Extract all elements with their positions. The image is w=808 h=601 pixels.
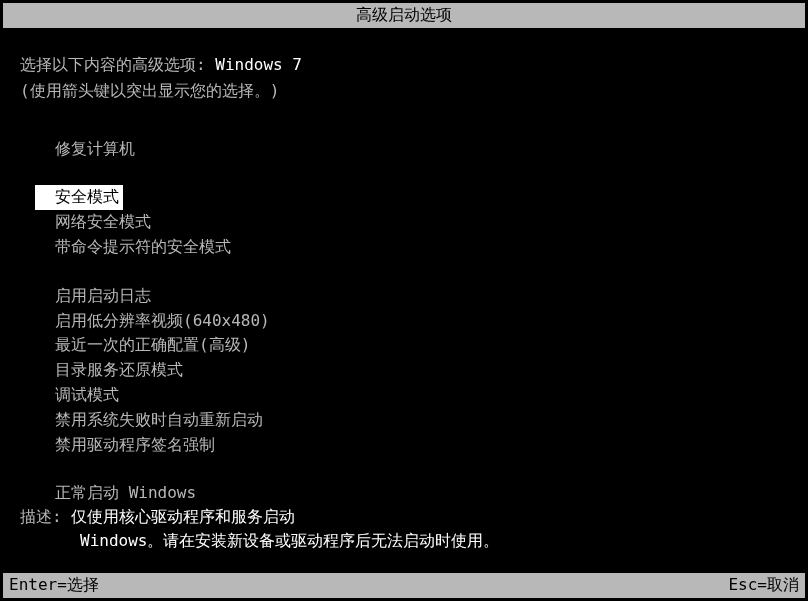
menu-item-dsrm[interactable]: 目录服务还原模式	[55, 358, 788, 383]
os-name: Windows 7	[215, 55, 302, 74]
menu-item-disable-sig[interactable]: 禁用驱动程序签名强制	[55, 433, 788, 458]
menu-item-repair[interactable]: 修复计算机	[55, 137, 788, 162]
menu-item-bootlog[interactable]: 启用启动日志	[55, 284, 788, 309]
menu-item-safemode-network[interactable]: 网络安全模式	[55, 210, 788, 235]
content-area: 选择以下内容的高级选项: Windows 7 (使用箭头键以突出显示您的选择。)…	[20, 55, 788, 506]
spacer	[55, 161, 788, 185]
boot-menu: 修复计算机 安全模式 网络安全模式 带命令提示符的安全模式 启用启动日志 启用低…	[20, 137, 788, 507]
spacer	[55, 457, 788, 481]
description-line1: 仅使用核心驱动程序和服务启动	[71, 507, 295, 526]
prompt-label: 选择以下内容的高级选项:	[20, 55, 206, 74]
footer-esc: Esc=取消	[728, 575, 799, 596]
title-text: 高级启动选项	[356, 5, 452, 24]
menu-item-safemode[interactable]: 安全模式	[35, 185, 123, 210]
menu-item-disable-autoreboot[interactable]: 禁用系统失败时自动重新启动	[55, 408, 788, 433]
instruction-text: (使用箭头键以突出显示您的选择。)	[20, 81, 788, 102]
prompt-line: 选择以下内容的高级选项: Windows 7	[20, 55, 788, 76]
menu-item-safemode-cmd[interactable]: 带命令提示符的安全模式	[55, 235, 788, 260]
menu-item-lastknown[interactable]: 最近一次的正确配置(高级)	[55, 333, 788, 358]
spacer	[55, 260, 788, 284]
menu-item-debug[interactable]: 调试模式	[55, 383, 788, 408]
title-bar: 高级启动选项	[3, 3, 805, 28]
menu-item-lowres[interactable]: 启用低分辨率视频(640x480)	[55, 309, 788, 334]
description-line2: Windows。请在安装新设备或驱动程序后无法启动时使用。	[20, 529, 788, 553]
description-block: 描述: 仅使用核心驱动程序和服务启动 Windows。请在安装新设备或驱动程序后…	[20, 505, 788, 553]
footer-enter: Enter=选择	[9, 575, 99, 596]
footer-bar: Enter=选择 Esc=取消	[3, 573, 805, 598]
description-label: 描述:	[20, 507, 62, 526]
menu-item-normal[interactable]: 正常启动 Windows	[55, 481, 788, 506]
